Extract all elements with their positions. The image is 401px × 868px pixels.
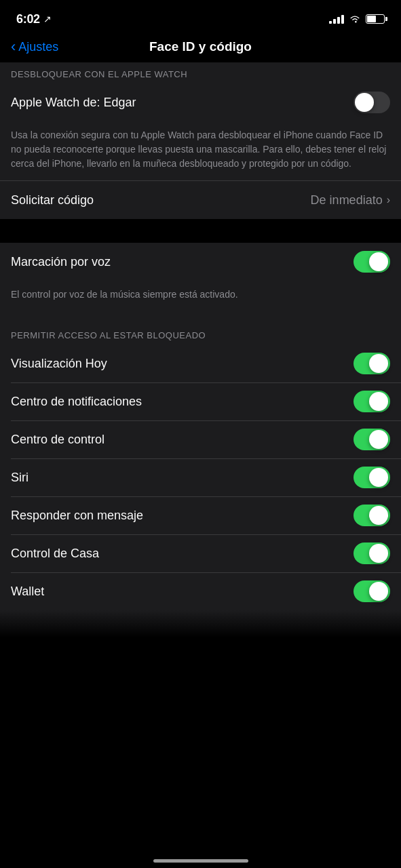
control-casa-label: Control de Casa: [11, 547, 99, 561]
nav-bar: ‹ Ajustes Face ID y código: [0, 34, 401, 62]
toggle-knob: [369, 544, 388, 563]
back-label: Ajustes: [18, 40, 58, 54]
visualizacion-hoy-toggle[interactable]: [354, 353, 390, 374]
siri-row: Siri: [0, 458, 401, 496]
toggle-knob: [369, 506, 388, 525]
home-indicator: [153, 859, 248, 863]
solicitar-codigo-label: Solicitar código: [11, 193, 94, 208]
signal-icon: [329, 14, 344, 24]
apple-watch-description-text: Usa la conexión segura con tu Apple Watc…: [11, 130, 386, 169]
marcacion-voz-label: Marcación por voz: [11, 255, 111, 269]
battery-icon: [366, 14, 385, 24]
responder-mensaje-toggle[interactable]: [354, 505, 390, 526]
marcacion-voz-row: Marcación por voz: [0, 243, 401, 281]
siri-label: Siri: [11, 471, 28, 485]
centro-control-label: Centro de control: [11, 433, 104, 447]
toggle-knob: [369, 252, 388, 271]
responder-mensaje-row: Responder con mensaje: [0, 496, 401, 534]
status-time: 6:02: [16, 12, 40, 26]
centro-notificaciones-label: Centro de notificaciones: [11, 395, 142, 409]
voice-description-text: El control por voz de la música siempre …: [11, 289, 238, 300]
apple-watch-edgar-row: Apple Watch de: Edgar: [0, 83, 401, 121]
visualizacion-hoy-row: Visualización Hoy: [0, 344, 401, 382]
status-bar: 6:02 ↗: [0, 0, 401, 34]
voice-description: El control por voz de la música siempre …: [0, 281, 401, 311]
apple-watch-edgar-toggle[interactable]: [354, 92, 390, 113]
status-icons: [329, 14, 385, 24]
toggle-knob: [369, 354, 388, 373]
toggle-knob: [369, 430, 388, 449]
back-button[interactable]: ‹ Ajustes: [11, 39, 58, 56]
bottom-fade: [0, 610, 401, 637]
wallet-label: Wallet: [11, 585, 44, 599]
locked-access-section-header: PERMITIR ACCESO AL ESTAR BLOQUEADO: [0, 323, 401, 344]
wifi-icon: [349, 14, 361, 24]
section-gap-1: [0, 219, 401, 243]
solicitar-codigo-row[interactable]: Solicitar código De inmediato ›: [0, 181, 401, 219]
location-icon: ↗: [43, 14, 52, 24]
centro-control-toggle[interactable]: [354, 429, 390, 450]
solicitar-codigo-chevron-icon: ›: [387, 194, 390, 206]
main-content: DESBLOQUEAR CON EL APPLE WATCH Apple Wat…: [0, 62, 401, 658]
apple-watch-description: Usa la conexión segura con tu Apple Watc…: [0, 121, 401, 180]
back-chevron-icon: ‹: [11, 38, 16, 56]
siri-toggle[interactable]: [354, 467, 390, 488]
wallet-toggle[interactable]: [354, 580, 390, 602]
toggle-knob: [369, 582, 388, 601]
section-gap-2: [0, 311, 401, 323]
centro-notificaciones-toggle[interactable]: [354, 391, 390, 412]
toggle-knob: [369, 468, 388, 487]
marcacion-voz-toggle[interactable]: [354, 251, 390, 273]
control-casa-row: Control de Casa: [0, 534, 401, 572]
centro-notificaciones-row: Centro de notificaciones: [0, 382, 401, 420]
apple-watch-edgar-label: Apple Watch de: Edgar: [11, 96, 136, 110]
solicitar-codigo-value: De inmediato ›: [311, 193, 390, 208]
centro-control-row: Centro de control: [0, 420, 401, 458]
control-casa-toggle[interactable]: [354, 542, 390, 564]
visualizacion-hoy-label: Visualización Hoy: [11, 357, 107, 371]
page-title: Face ID y código: [149, 39, 252, 54]
wallet-row: Wallet: [0, 572, 401, 610]
responder-mensaje-label: Responder con mensaje: [11, 509, 143, 523]
toggle-knob: [369, 392, 388, 411]
toggle-knob: [355, 93, 374, 112]
apple-watch-section-header: DESBLOQUEAR CON EL APPLE WATCH: [0, 62, 401, 83]
